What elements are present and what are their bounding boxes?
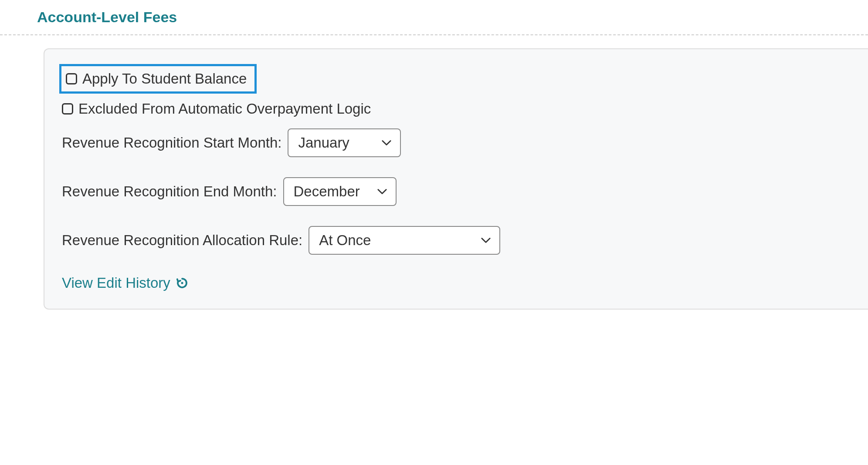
revenue-start-month-label: Revenue Recognition Start Month:: [62, 135, 281, 151]
revenue-allocation-rule-label: Revenue Recognition Allocation Rule:: [62, 232, 302, 249]
svg-point-0: [181, 282, 183, 284]
checkbox-icon: [62, 103, 73, 115]
revenue-allocation-rule-row: Revenue Recognition Allocation Rule: At …: [62, 226, 851, 255]
apply-to-student-balance-label: Apply To Student Balance: [82, 71, 247, 87]
section-divider: [0, 34, 868, 35]
checkbox-icon: [66, 73, 77, 84]
view-edit-history-row: View Edit History: [62, 275, 851, 291]
revenue-allocation-rule-select[interactable]: At Once: [309, 226, 500, 255]
excluded-overpayment-label: Excluded From Automatic Overpayment Logi…: [78, 101, 371, 117]
revenue-end-month-select[interactable]: December: [283, 177, 397, 206]
section-title: Account-Level Fees: [0, 0, 868, 34]
revenue-end-month-label: Revenue Recognition End Month:: [62, 183, 277, 200]
revenue-end-month-row: Revenue Recognition End Month: December: [62, 177, 851, 206]
view-edit-history-label: View Edit History: [62, 275, 170, 291]
excluded-overpayment-checkbox-row[interactable]: Excluded From Automatic Overpayment Logi…: [62, 101, 851, 117]
revenue-start-month-select[interactable]: January: [288, 128, 401, 157]
account-level-fees-panel: Apply To Student Balance Excluded From A…: [44, 48, 868, 310]
view-edit-history-link[interactable]: View Edit History: [62, 275, 189, 291]
apply-to-student-balance-checkbox-row[interactable]: Apply To Student Balance: [59, 64, 257, 94]
revenue-start-month-row: Revenue Recognition Start Month: January: [62, 128, 851, 157]
history-icon: [176, 276, 189, 290]
